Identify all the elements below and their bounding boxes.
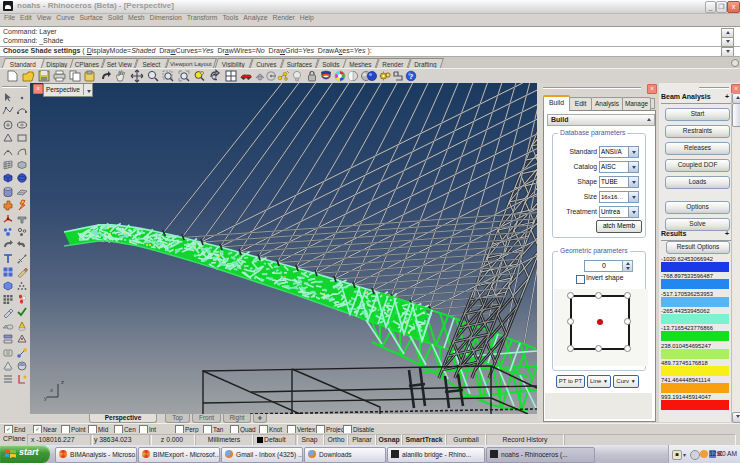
svg-text:x: x (50, 387, 53, 393)
svg-text:z: z (61, 379, 64, 385)
svg-text:y: y (44, 395, 47, 401)
